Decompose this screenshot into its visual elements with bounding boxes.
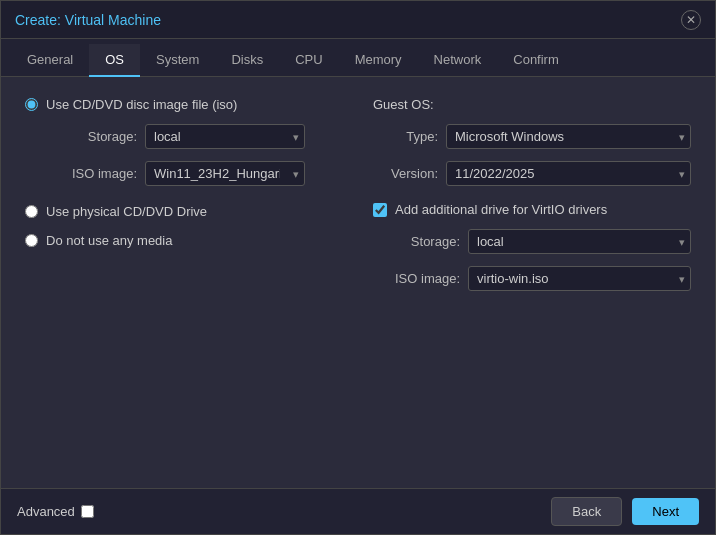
- tab-disks[interactable]: Disks: [215, 44, 279, 77]
- virtio-checkbox[interactable]: [373, 203, 387, 217]
- guest-os-row: Guest OS:: [373, 97, 691, 112]
- storage-label: Storage:: [47, 129, 137, 144]
- storage-select-wrapper: local: [145, 124, 305, 149]
- tab-system[interactable]: System: [140, 44, 215, 77]
- close-button[interactable]: ✕: [681, 10, 701, 30]
- virtio-iso-select[interactable]: virtio-win.iso: [468, 266, 691, 291]
- storage-select[interactable]: local: [145, 124, 305, 149]
- no-media-label: Do not use any media: [46, 233, 172, 248]
- use-physical-label: Use physical CD/DVD Drive: [46, 204, 207, 219]
- tab-bar: General OS System Disks CPU Memory Netwo…: [1, 39, 715, 77]
- version-select-wrapper: 11/2022/2025: [446, 161, 691, 186]
- back-button[interactable]: Back: [551, 497, 622, 526]
- type-label: Type:: [373, 129, 438, 144]
- no-media-radio[interactable]: [25, 234, 38, 247]
- advanced-section: Advanced: [17, 504, 94, 519]
- iso-image-row: ISO image: Win11_23H2_Hungari: [47, 161, 343, 186]
- no-media-option[interactable]: Do not use any media: [25, 233, 343, 248]
- title-bar: Create: Virtual Machine ✕: [1, 1, 715, 39]
- virtio-iso-row: ISO image: virtio-win.iso: [395, 266, 691, 291]
- footer: Advanced Back Next: [1, 488, 715, 534]
- tab-network[interactable]: Network: [418, 44, 498, 77]
- advanced-label: Advanced: [17, 504, 75, 519]
- use-cdrom-label: Use CD/DVD disc image file (iso): [46, 97, 237, 112]
- type-row: Type: Microsoft Windows: [373, 124, 691, 149]
- tab-memory[interactable]: Memory: [339, 44, 418, 77]
- virtio-checkbox-row: Add additional drive for VirtIO drivers: [373, 202, 691, 217]
- os-tab-content: Use CD/DVD disc image file (iso) Storage…: [1, 77, 715, 488]
- use-cdrom-radio[interactable]: [25, 98, 38, 111]
- use-physical-option[interactable]: Use physical CD/DVD Drive: [25, 204, 343, 219]
- tab-os[interactable]: OS: [89, 44, 140, 77]
- virtio-iso-label: ISO image:: [395, 271, 460, 286]
- tab-cpu[interactable]: CPU: [279, 44, 338, 77]
- iso-image-select[interactable]: Win11_23H2_Hungari: [145, 161, 305, 186]
- virtio-storage-label: Storage:: [395, 234, 460, 249]
- type-select-wrapper: Microsoft Windows: [446, 124, 691, 149]
- iso-image-label: ISO image:: [47, 166, 137, 181]
- left-column: Use CD/DVD disc image file (iso) Storage…: [25, 97, 343, 291]
- window-title: Create: Virtual Machine: [15, 12, 161, 28]
- tab-confirm[interactable]: Confirm: [497, 44, 575, 77]
- version-label: Version:: [373, 166, 438, 181]
- right-column: Guest OS: Type: Microsoft Windows Versio…: [373, 97, 691, 291]
- create-vm-window: Create: Virtual Machine ✕ General OS Sys…: [0, 0, 716, 535]
- iso-select-wrapper: Win11_23H2_Hungari: [145, 161, 305, 186]
- use-physical-radio[interactable]: [25, 205, 38, 218]
- guest-os-title: Guest OS:: [373, 97, 434, 112]
- use-cdrom-option[interactable]: Use CD/DVD disc image file (iso): [25, 97, 343, 112]
- version-row: Version: 11/2022/2025: [373, 161, 691, 186]
- virtio-storage-select-wrapper: local: [468, 229, 691, 254]
- storage-row: Storage: local: [47, 124, 343, 149]
- virtio-storage-row: Storage: local: [395, 229, 691, 254]
- virtio-iso-select-wrapper: virtio-win.iso: [468, 266, 691, 291]
- virtio-storage-select[interactable]: local: [468, 229, 691, 254]
- advanced-checkbox[interactable]: [81, 505, 94, 518]
- virtio-label: Add additional drive for VirtIO drivers: [395, 202, 607, 217]
- tab-general[interactable]: General: [11, 44, 89, 77]
- version-select[interactable]: 11/2022/2025: [446, 161, 691, 186]
- type-select[interactable]: Microsoft Windows: [446, 124, 691, 149]
- next-button[interactable]: Next: [632, 498, 699, 525]
